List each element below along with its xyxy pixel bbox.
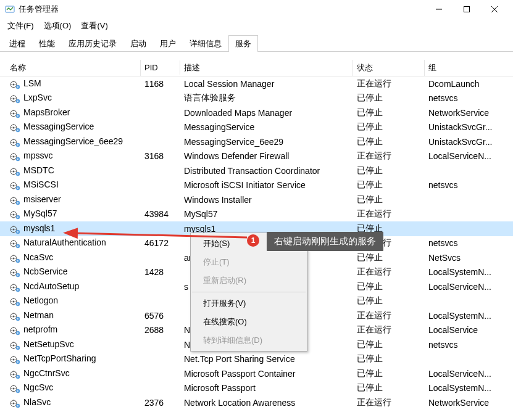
- cell-status: 正在运行: [353, 397, 425, 408]
- column-header-row: 名称 PID 描述 状态 组: [0, 59, 513, 76]
- svg-point-66: [12, 388, 14, 390]
- cell-group: NetworkService: [425, 398, 513, 408]
- menu-options[interactable]: 选项(O): [39, 19, 77, 33]
- tab-0[interactable]: 进程: [2, 35, 32, 52]
- service-name-text: NetTcpPortSharing: [23, 353, 96, 363]
- cell-desc: MessagingService: [180, 122, 353, 132]
- gear-icon: [10, 165, 21, 176]
- table-row[interactable]: NgcCtnrSvcMicrosoft Passport Container已停…: [0, 366, 513, 381]
- cell-status: 正在运行: [353, 266, 425, 278]
- menu-file[interactable]: 文件(F): [2, 19, 39, 33]
- ctx-open-services[interactable]: 打开服务(V): [191, 294, 307, 313]
- cell-group: DcomLaunch: [425, 79, 513, 89]
- cell-desc: MessagingService_6ee29: [180, 137, 353, 147]
- table-row[interactable]: MessagingServiceMessagingService已停止Unist…: [0, 120, 513, 135]
- col-header-status[interactable]: 状态: [353, 60, 425, 76]
- cell-status: 正在运行: [353, 78, 425, 89]
- table-row[interactable]: mpssvc3168Windows Defender Firewall正在运行L…: [0, 149, 513, 164]
- cell-desc: MySql57: [180, 209, 353, 219]
- tab-2[interactable]: 应用历史记录: [62, 35, 123, 52]
- tab-1[interactable]: 性能: [32, 35, 62, 52]
- cell-group: NetworkService: [425, 108, 513, 118]
- service-name-text: NlaSvc: [23, 397, 51, 407]
- cell-status: 已停止: [353, 368, 425, 379]
- gear-icon: [10, 78, 21, 89]
- table-row[interactable]: NgcSvcMicrosoft Passport已停止LocalSystemN.…: [0, 381, 513, 396]
- table-row[interactable]: NetTcpPortSharingNet.Tcp Port Sharing Se…: [0, 352, 513, 367]
- service-name-text: NcdAutoSetup: [23, 281, 79, 291]
- svg-point-6: [12, 98, 14, 100]
- cell-desc: Downloaded Maps Manager: [180, 108, 353, 118]
- cell-status: 已停止: [353, 339, 425, 350]
- svg-point-60: [12, 359, 14, 361]
- svg-point-48: [12, 301, 14, 303]
- cell-status: 已停止: [353, 136, 425, 147]
- svg-point-51: [12, 315, 14, 317]
- cell-status: 已停止: [353, 295, 425, 307]
- col-header-group[interactable]: 组: [425, 60, 513, 76]
- col-header-name[interactable]: 名称: [6, 60, 141, 76]
- table-row[interactable]: NlaSvc2376Network Location Awareness正在运行…: [0, 395, 513, 410]
- cell-desc: Local Session Manager: [180, 79, 353, 89]
- gear-icon: [10, 325, 21, 336]
- gear-icon: [10, 397, 21, 408]
- table-row[interactable]: MessagingService_6ee29MessagingService_6…: [0, 134, 513, 149]
- cell-group: UnistackSvcGr...: [425, 122, 513, 132]
- service-name-text: MSDTC: [23, 165, 54, 175]
- tab-4[interactable]: 用户: [153, 35, 183, 52]
- cell-pid: 2376: [141, 398, 180, 408]
- svg-point-45: [12, 286, 14, 288]
- tab-6[interactable]: 服务: [228, 35, 258, 52]
- cell-name: MessagingService_6ee29: [6, 136, 141, 147]
- cell-status: 正在运行: [353, 310, 425, 321]
- minimize-button[interactable]: [425, 0, 453, 19]
- gear-icon: [10, 368, 21, 379]
- table-row[interactable]: MSiSCSIMicrosoft iSCSI Initiator Service…: [0, 178, 513, 193]
- cell-name: NetSetupSvc: [6, 339, 141, 350]
- service-name-text: MapsBroker: [23, 107, 70, 117]
- cell-name: NcaSvc: [6, 252, 141, 263]
- menu-view[interactable]: 查看(V): [76, 19, 112, 33]
- service-name-text: Netman: [23, 310, 54, 320]
- gear-icon: [10, 136, 21, 147]
- cell-name: Netman: [6, 310, 141, 321]
- gear-icon: [10, 223, 21, 234]
- col-header-desc[interactable]: 描述: [180, 60, 353, 76]
- table-row[interactable]: msiserverWindows Installer已停止: [0, 192, 513, 207]
- tab-3[interactable]: 启动: [123, 35, 153, 52]
- gear-icon: [10, 180, 21, 191]
- table-row[interactable]: MapsBrokerDownloaded Maps Manager已停止Netw…: [0, 105, 513, 120]
- cell-name: mpssvc: [6, 150, 141, 162]
- cell-group: netsvcs: [425, 180, 513, 190]
- service-name-text: mysqls1: [23, 223, 55, 233]
- table-row[interactable]: MySql5743984MySql57正在运行: [0, 207, 513, 222]
- table-row[interactable]: LxpSvc语言体验服务已停止netsvcs: [0, 91, 513, 106]
- svg-point-36: [12, 243, 14, 245]
- cell-name: LSM: [6, 78, 141, 89]
- close-button[interactable]: [480, 0, 508, 19]
- cell-group: UnistackSvcGr...: [425, 137, 513, 147]
- gear-icon: [10, 281, 21, 292]
- maximize-button[interactable]: [453, 0, 480, 19]
- service-name-text: NgcCtnrSvc: [23, 368, 70, 378]
- gear-icon: [10, 122, 21, 133]
- table-row[interactable]: MSDTCDistributed Transaction Coordinator…: [0, 163, 513, 178]
- window-title: 任务管理器: [19, 4, 425, 15]
- cell-name: netprofm: [6, 324, 141, 336]
- gear-icon: [10, 107, 21, 118]
- table-row[interactable]: LSM1168Local Session Manager正在运行DcomLaun…: [0, 76, 513, 91]
- svg-point-57: [12, 344, 14, 346]
- cell-pid: 46172: [141, 238, 180, 248]
- svg-point-27: [12, 199, 14, 201]
- cell-desc: Microsoft iSCSI Initiator Service: [180, 180, 353, 190]
- tab-5[interactable]: 详细信息: [183, 35, 228, 52]
- ctx-separator: [192, 292, 306, 292]
- col-header-pid[interactable]: PID: [141, 60, 180, 75]
- svg-point-24: [12, 185, 14, 187]
- ctx-search-online[interactable]: 在线搜索(O): [191, 313, 307, 331]
- tab-bar: 进程性能应用历史记录启动用户详细信息服务: [0, 35, 513, 52]
- cell-group: LocalService: [425, 325, 513, 335]
- svg-point-33: [12, 228, 14, 230]
- cell-status: 已停止: [353, 382, 425, 393]
- cell-status: 已停止: [353, 281, 425, 292]
